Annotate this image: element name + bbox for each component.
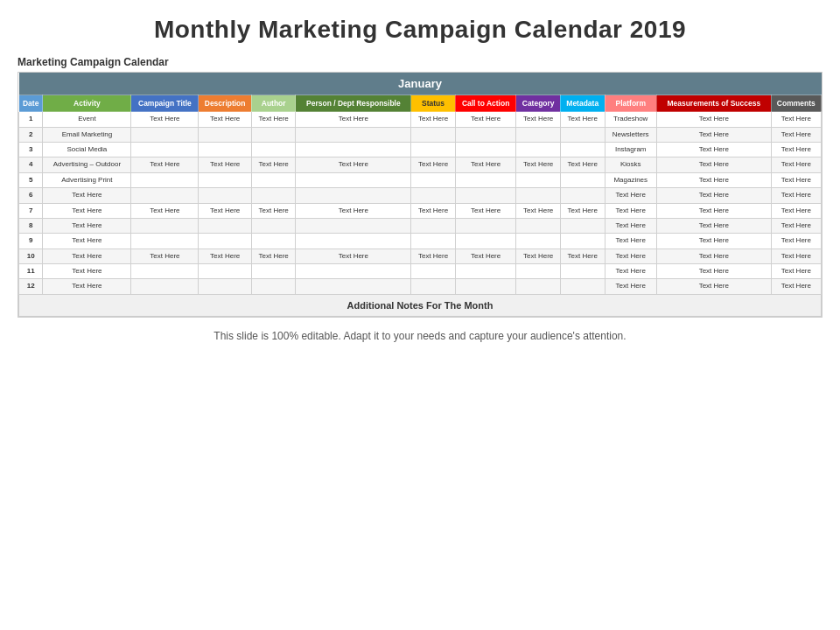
cell-person: [296, 172, 411, 187]
cell-campaign_title: [131, 279, 199, 294]
cell-campaign_title: [131, 264, 199, 279]
cell-category: [516, 142, 561, 157]
cell-campaign_title: [131, 127, 199, 142]
cell-author: [251, 218, 296, 233]
cell-campaign_title: [131, 218, 199, 233]
col-header-platform: Platform: [605, 95, 656, 112]
col-header-description: Description: [199, 95, 252, 112]
cell-platform: Tradeshow: [605, 112, 656, 127]
calendar-table-wrapper: January DateActivityCampaign TitleDescri…: [18, 72, 822, 318]
cell-platform: Newsletters: [605, 127, 656, 142]
cell-author: Text Here: [251, 248, 296, 263]
cell-cta: [455, 188, 516, 203]
cell-measure: Text Here: [656, 264, 771, 279]
column-header-row: DateActivityCampaign TitleDescriptionAut…: [19, 95, 822, 112]
col-header-cta: Call to Action: [455, 95, 516, 112]
cell-cta: [455, 127, 516, 142]
cell-category: [516, 264, 561, 279]
cell-measure: Text Here: [656, 188, 771, 203]
cell-date: 3: [19, 142, 43, 157]
cell-cta: Text Here: [455, 158, 516, 172]
col-header-category: Category: [516, 95, 561, 112]
cell-metadata: [560, 264, 605, 279]
cell-author: Text Here: [251, 158, 296, 172]
cell-campaign_title: Text Here: [131, 112, 199, 127]
cell-metadata: [560, 172, 605, 187]
cell-metadata: Text Here: [560, 248, 605, 263]
table-row: 2Email MarketingNewslettersText HereText…: [19, 127, 822, 142]
cell-activity: Text Here: [43, 234, 131, 248]
cell-person: [296, 142, 411, 157]
cell-metadata: [560, 218, 605, 233]
cell-campaign_title: Text Here: [131, 248, 199, 263]
cell-category: [516, 188, 561, 203]
cell-status: Text Here: [411, 158, 456, 172]
page-title: Monthly Marketing Campaign Calendar 2019: [154, 16, 686, 44]
cell-activity: Advertising – Outdoor: [43, 158, 131, 172]
cell-cta: Text Here: [455, 112, 516, 127]
cell-comments: Text Here: [771, 172, 821, 187]
cell-date: 5: [19, 172, 43, 187]
table-row: 4Advertising – OutdoorText HereText Here…: [19, 158, 822, 172]
cell-author: [251, 127, 296, 142]
month-header-row: January: [19, 73, 822, 95]
cell-platform: Text Here: [605, 203, 656, 218]
cell-author: [251, 142, 296, 157]
cell-category: Text Here: [516, 112, 561, 127]
cell-date: 12: [19, 279, 43, 294]
cell-description: Text Here: [199, 248, 252, 263]
cell-description: Text Here: [199, 112, 252, 127]
cell-category: [516, 234, 561, 248]
cell-comments: Text Here: [771, 203, 821, 218]
cell-date: 2: [19, 127, 43, 142]
cell-person: [296, 279, 411, 294]
cell-campaign_title: [131, 188, 199, 203]
table-row: 6Text HereText HereText HereText Here: [19, 188, 822, 203]
cell-measure: Text Here: [656, 127, 771, 142]
cell-status: [411, 218, 456, 233]
cell-comments: Text Here: [771, 279, 821, 294]
cell-author: [251, 188, 296, 203]
cell-platform: Instagram: [605, 142, 656, 157]
cell-category: Text Here: [516, 158, 561, 172]
cell-measure: Text Here: [656, 234, 771, 248]
cell-metadata: Text Here: [560, 203, 605, 218]
cell-description: [199, 218, 252, 233]
table-row: 3Social MediaInstagramText HereText Here: [19, 142, 822, 157]
cell-person: [296, 127, 411, 142]
cell-date: 8: [19, 218, 43, 233]
cell-date: 10: [19, 248, 43, 263]
calendar-table: January DateActivityCampaign TitleDescri…: [18, 73, 822, 317]
cell-activity: Advertising Print: [43, 172, 131, 187]
cell-metadata: Text Here: [560, 112, 605, 127]
cell-comments: Text Here: [771, 142, 821, 157]
cell-measure: Text Here: [656, 279, 771, 294]
cell-activity: Text Here: [43, 248, 131, 263]
table-row: 9Text HereText HereText HereText Here: [19, 234, 822, 248]
cell-status: [411, 188, 456, 203]
cell-measure: Text Here: [656, 142, 771, 157]
cell-activity: Text Here: [43, 264, 131, 279]
cell-cta: [455, 142, 516, 157]
cell-measure: Text Here: [656, 218, 771, 233]
col-header-comments: Comments: [771, 95, 821, 112]
cell-comments: Text Here: [771, 112, 821, 127]
cell-platform: Text Here: [605, 234, 656, 248]
cell-status: [411, 127, 456, 142]
cell-metadata: [560, 279, 605, 294]
cell-metadata: [560, 188, 605, 203]
table-row: 8Text HereText HereText HereText Here: [19, 218, 822, 233]
cell-comments: Text Here: [771, 234, 821, 248]
col-header-campaign_title: Campaign Title: [131, 95, 199, 112]
cell-description: [199, 234, 252, 248]
cell-activity: Text Here: [43, 203, 131, 218]
table-row: 12Text HereText HereText HereText Here: [19, 279, 822, 294]
cell-author: [251, 234, 296, 248]
cell-measure: Text Here: [656, 203, 771, 218]
cell-platform: Kiosks: [605, 158, 656, 172]
cell-activity: Text Here: [43, 279, 131, 294]
cell-date: 4: [19, 158, 43, 172]
cell-metadata: Text Here: [560, 158, 605, 172]
cell-cta: Text Here: [455, 248, 516, 263]
table-row: 11Text HereText HereText HereText Here: [19, 264, 822, 279]
